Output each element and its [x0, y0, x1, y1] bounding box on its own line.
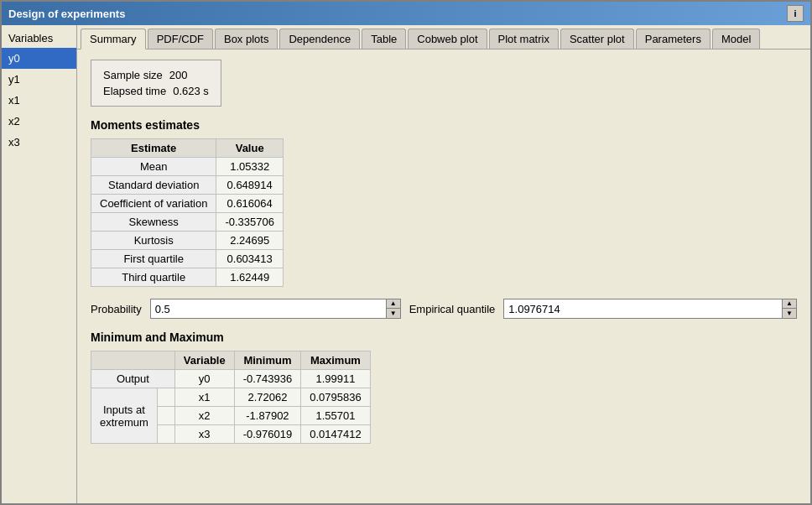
empirical-input-wrap: ▲ ▼ [503, 299, 797, 319]
empirical-spinner: ▲ ▼ [782, 299, 796, 318]
tab-bar: Summary PDF/CDF Box plots Dependence Tab… [77, 25, 810, 49]
tab-scatter[interactable]: Scatter plot [560, 29, 634, 49]
table-row: Mean1.05332 [91, 158, 284, 176]
probability-input[interactable] [151, 300, 386, 318]
tab-pdfcdf[interactable]: PDF/CDF [148, 29, 213, 49]
sample-size-label: Sample size [103, 69, 163, 81]
minmax-section: Minimum and Maximum Variable Minimum Max… [91, 331, 797, 444]
moments-label-cell: Kurtosis [91, 232, 216, 250]
minmax-x2-max: 1.55701 [301, 407, 370, 425]
variables-label: Variables [2, 29, 76, 48]
probability-label: Probability [91, 303, 142, 315]
output-label: Output [91, 370, 175, 388]
title-bar: Design of experiments i [2, 2, 810, 25]
moments-label-cell: Standard deviation [91, 176, 216, 195]
moments-label-cell: First quartile [91, 250, 216, 268]
minmax-min-header: Minimum [234, 351, 301, 370]
minmax-y0-min: -0.743936 [234, 370, 301, 388]
tab-dependence[interactable]: Dependence [279, 29, 360, 49]
table-row: Third quartile1.62449 [91, 268, 284, 287]
minmax-x1-max: 0.0795836 [301, 388, 370, 407]
table-row: Coefficient of variation0.616064 [91, 195, 284, 213]
moments-value-cell: 0.616064 [216, 195, 284, 213]
moments-table: Estimate Value Mean1.05332Standard devia… [91, 138, 284, 287]
inputs-label: Inputs atextremum [91, 388, 158, 444]
sidebar-item-x3[interactable]: x3 [2, 132, 76, 153]
main-content: Variables y0 y1 x1 x2 x3 Summary PDF/CDF… [2, 25, 810, 503]
sample-size-value: 200 [169, 69, 188, 81]
empirical-label: Empirical quantile [409, 303, 496, 315]
sidebar-item-x2[interactable]: x2 [2, 111, 76, 132]
moments-value-cell: 0.603413 [216, 250, 284, 268]
table-row: Skewness-0.335706 [91, 213, 284, 232]
table-row: First quartile0.603413 [91, 250, 284, 268]
moments-value-cell: 1.05332 [216, 158, 284, 176]
minmax-x3-var: x3 [174, 425, 234, 444]
moments-section: Moments estimates Estimate Value Mean1.0… [91, 118, 797, 287]
probability-input-wrap: ▲ ▼ [150, 299, 401, 319]
sidebar-item-y1[interactable]: y1 [2, 69, 76, 90]
moments-value-cell: 2.24695 [216, 232, 284, 250]
moments-title: Moments estimates [91, 118, 797, 132]
minmax-var-header: Variable [174, 351, 234, 370]
tab-parameters[interactable]: Parameters [636, 29, 710, 49]
tab-plotmatrix[interactable]: Plot matrix [489, 29, 559, 49]
minmax-x3-min: -0.976019 [234, 425, 301, 444]
probability-spinner: ▲ ▼ [386, 299, 400, 318]
minmax-x1-min: 2.72062 [234, 388, 301, 407]
window-title: Design of experiments [8, 8, 125, 20]
probability-row: Probability ▲ ▼ Empirical quantile ▲ [91, 299, 797, 319]
empirical-spin-up[interactable]: ▲ [783, 299, 796, 309]
minmax-spacer3 [157, 425, 174, 444]
minmax-y0-var: y0 [174, 370, 234, 388]
moments-value-cell: -0.335706 [216, 213, 284, 232]
sample-info-box: Sample size 200 Elapsed time 0.623 s [91, 60, 221, 107]
probability-spin-up[interactable]: ▲ [387, 299, 400, 309]
content-area: Summary PDF/CDF Box plots Dependence Tab… [77, 25, 810, 503]
elapsed-time-label: Elapsed time [103, 85, 166, 97]
tab-summary[interactable]: Summary [81, 29, 146, 49]
minmax-table: Variable Minimum Maximum Output y0 -0.74… [91, 351, 371, 444]
sidebar-item-y0[interactable]: y0 [2, 48, 76, 69]
moments-label-cell: Third quartile [91, 268, 216, 287]
moments-label-cell: Coefficient of variation [91, 195, 216, 213]
info-button[interactable]: i [787, 5, 804, 22]
tab-cobweb[interactable]: Cobweb plot [408, 29, 487, 49]
minmax-y0-max: 1.99911 [301, 370, 370, 388]
tab-table[interactable]: Table [362, 29, 406, 49]
empirical-spin-down[interactable]: ▼ [783, 309, 796, 318]
minmax-max-header: Maximum [301, 351, 370, 370]
moments-value-cell: 0.648914 [216, 176, 284, 195]
tab-boxplots[interactable]: Box plots [215, 29, 278, 49]
minmax-x3-max: 0.0147412 [301, 425, 370, 444]
tab-model[interactable]: Model [712, 29, 760, 49]
minmax-title: Minimum and Maximum [91, 331, 797, 344]
moments-value-cell: 1.62449 [216, 268, 284, 287]
table-row: Inputs atextremum x1 2.72062 0.0795836 [91, 388, 371, 407]
empirical-input[interactable] [504, 300, 782, 318]
sample-size-row: Sample size 200 [103, 69, 209, 81]
minmax-empty-header [91, 351, 175, 370]
elapsed-time-value: 0.623 s [173, 85, 209, 97]
table-row: Kurtosis2.24695 [91, 232, 284, 250]
moments-label-cell: Mean [91, 158, 216, 176]
minmax-x2-min: -1.87902 [234, 407, 301, 425]
moments-col1-header: Estimate [91, 139, 216, 158]
main-window: Design of experiments i Variables y0 y1 … [0, 0, 812, 505]
moments-col2-header: Value [216, 139, 284, 158]
minmax-spacer [157, 388, 174, 407]
elapsed-time-row: Elapsed time 0.623 s [103, 85, 209, 97]
summary-panel: Sample size 200 Elapsed time 0.623 s Mom… [77, 49, 810, 503]
table-row: Standard deviation0.648914 [91, 176, 284, 195]
minmax-x1-var: x1 [174, 388, 234, 407]
probability-spin-down[interactable]: ▼ [387, 309, 400, 318]
minmax-x2-var: x2 [174, 407, 234, 425]
minmax-spacer2 [157, 407, 174, 425]
table-row: Output y0 -0.743936 1.99911 [91, 370, 371, 388]
sidebar: Variables y0 y1 x1 x2 x3 [2, 25, 77, 503]
moments-label-cell: Skewness [91, 213, 216, 232]
sidebar-item-x1[interactable]: x1 [2, 90, 76, 111]
